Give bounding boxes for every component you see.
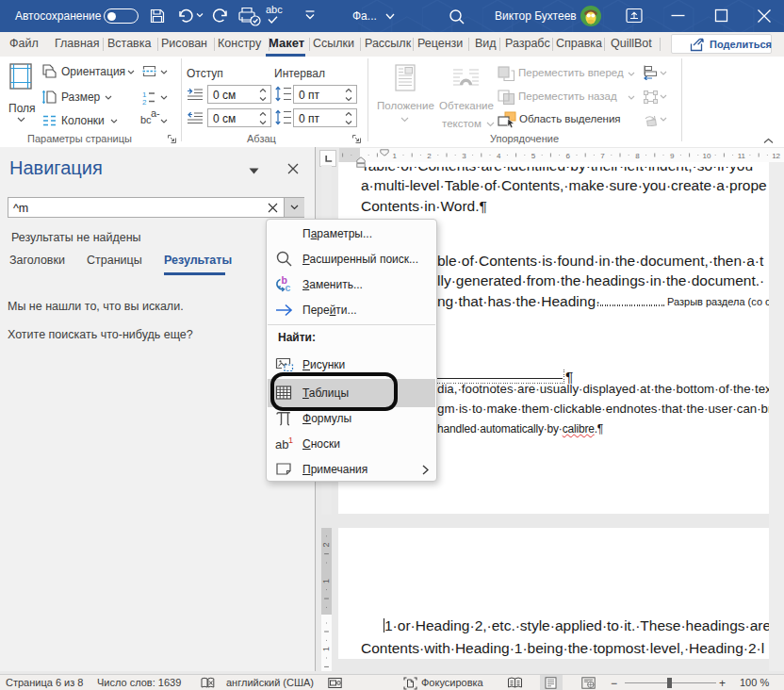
svg-text:6: 6: [566, 152, 571, 160]
svg-text:12: 12: [772, 152, 780, 160]
svg-text:1: 1: [321, 579, 331, 583]
svg-text:2: 2: [321, 542, 331, 547]
svg-text:1: 1: [321, 647, 331, 651]
svg-text:3: 3: [462, 152, 466, 160]
svg-text:10: 10: [703, 152, 711, 160]
svg-text:ab: ab: [275, 437, 288, 452]
svg-text:1: 1: [393, 152, 398, 160]
svg-text:11: 11: [738, 152, 746, 160]
svg-text:1: 1: [288, 435, 293, 445]
svg-text:8: 8: [635, 152, 640, 160]
svg-text:9: 9: [670, 152, 675, 160]
svg-text:7: 7: [600, 152, 605, 160]
svg-text:2: 2: [427, 152, 432, 160]
svg-text:2: 2: [142, 98, 147, 105]
svg-text:4: 4: [497, 152, 501, 160]
svg-text:c: c: [286, 282, 291, 293]
svg-text:5: 5: [531, 152, 536, 160]
